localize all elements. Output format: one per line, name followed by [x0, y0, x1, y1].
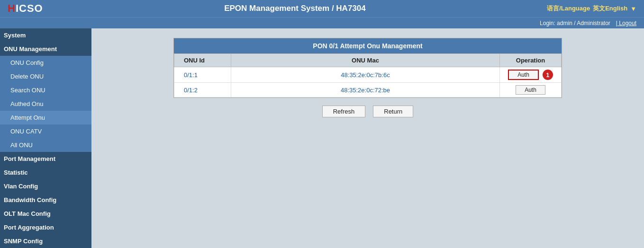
sidebar-item-port-management[interactable]: Port Management	[0, 152, 91, 166]
logout-link[interactable]: | Logout	[616, 20, 636, 27]
action-buttons: Refresh Return	[106, 106, 630, 117]
sidebar-item-system[interactable]: System	[0, 28, 91, 42]
onu-mac-cell: 48:35:2e:0c:7b:6c	[231, 67, 500, 83]
onu-id-cell: 0/1:1	[174, 67, 231, 83]
onu-table: ONU Id ONU Mac Operation 0/1:148:35:2e:0…	[174, 53, 562, 97]
lang-label: 语言/Language	[547, 4, 590, 13]
sidebar-item-bandwidth-config[interactable]: Bandwidth Config	[0, 193, 91, 207]
operation-cell: Auth	[500, 83, 562, 97]
main-layout: SystemONU ManagementONU ConfigDelete ONU…	[0, 28, 644, 248]
logo-rest: ICSO	[16, 2, 43, 14]
col-onu-id: ONU Id	[174, 54, 231, 67]
logo-h: H	[8, 2, 16, 14]
sidebar-item-attempt-onu[interactable]: Attempt Onu	[0, 111, 91, 124]
badge-1: 1	[543, 70, 553, 80]
sidebar: SystemONU ManagementONU ConfigDelete ONU…	[0, 28, 91, 248]
header-top: HICSO EPON Management System / HA7304 语言…	[0, 0, 644, 17]
return-button[interactable]: Return	[373, 106, 413, 117]
col-onu-mac: ONU Mac	[231, 54, 500, 67]
lang-value[interactable]: 英文English	[593, 4, 627, 13]
auth-button-2[interactable]: Auth	[516, 85, 545, 95]
table-row: 0/1:248:35:2e:0c:72:beAuth	[174, 83, 562, 97]
main-content: PON 0/1 Attempt Onu Management ONU Id ON…	[91, 28, 644, 248]
login-info: Login: admin / Administrator	[540, 20, 610, 27]
sidebar-item-delete-onu[interactable]: Delete ONU	[0, 70, 91, 83]
table-title: PON 0/1 Attempt Onu Management	[174, 38, 562, 53]
refresh-button[interactable]: Refresh	[322, 106, 366, 117]
header-bottom: Login: admin / Administrator | Logout	[0, 17, 644, 28]
sidebar-item-snmp-config[interactable]: SNMP Config	[0, 234, 91, 248]
logo: HICSO	[8, 2, 43, 15]
sidebar-item-port-aggregation[interactable]: Port Aggregation	[0, 221, 91, 234]
sidebar-item-all-onu[interactable]: All ONU	[0, 138, 91, 152]
lang-dropdown-icon[interactable]: ▼	[630, 5, 636, 12]
sidebar-item-statistic[interactable]: Statistic	[0, 166, 91, 179]
sidebar-item-vlan-config[interactable]: Vlan Config	[0, 179, 91, 193]
header-title: EPON Management System / HA7304	[224, 4, 366, 13]
sidebar-item-search-onu[interactable]: Search ONU	[0, 83, 91, 97]
logo-text: HICSO	[8, 2, 43, 15]
sidebar-item-onu-config[interactable]: ONU Config	[0, 56, 91, 70]
auth-button-1[interactable]: Auth	[508, 70, 539, 80]
onu-table-container: PON 0/1 Attempt Onu Management ONU Id ON…	[173, 38, 562, 98]
sidebar-item-onu-management[interactable]: ONU Management	[0, 42, 91, 56]
sidebar-item-onu-catv[interactable]: ONU CATV	[0, 124, 91, 138]
header-lang: 语言/Language 英文English ▼	[547, 4, 636, 13]
operation-cell: Auth1	[500, 67, 562, 83]
onu-mac-cell: 48:35:2e:0c:72:be	[231, 83, 500, 97]
sidebar-item-olt-mac-config[interactable]: OLT Mac Config	[0, 207, 91, 221]
sidebar-item-authed-onu[interactable]: Authed Onu	[0, 97, 91, 111]
onu-id-cell: 0/1:2	[174, 83, 231, 97]
table-row: 0/1:148:35:2e:0c:7b:6cAuth1	[174, 67, 562, 83]
col-operation: Operation	[500, 54, 562, 67]
